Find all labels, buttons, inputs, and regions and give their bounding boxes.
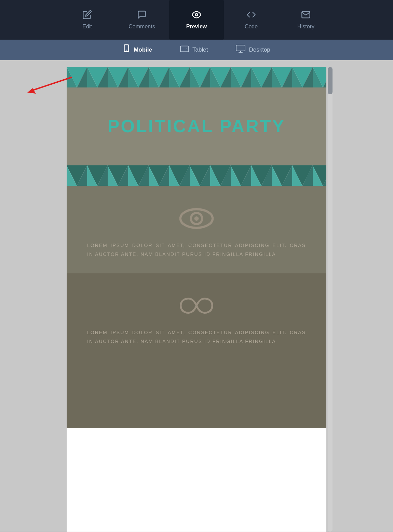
code-label: Code	[245, 24, 258, 30]
tablet-icon	[180, 45, 189, 55]
preview-icon	[191, 10, 202, 21]
history-label: History	[297, 24, 314, 30]
svg-rect-3	[180, 46, 189, 52]
content-section-1: LOREM IPSUM DOLOR SIT AMET, CONSECTETUR …	[67, 186, 326, 273]
tablet-label: Tablet	[192, 46, 208, 53]
mobile-icon	[123, 44, 130, 55]
section-2-text: LOREM IPSUM DOLOR SIT AMET, CONSECTETUR …	[87, 328, 306, 346]
svg-rect-17	[67, 165, 326, 186]
svg-line-8	[31, 77, 72, 91]
desktop-icon	[236, 44, 245, 55]
svg-rect-1	[124, 45, 129, 52]
content-section-2: LOREM IPSUM DOLOR SIT AMET, CONSECTETUR …	[67, 273, 326, 360]
infinity-icon-section	[87, 294, 306, 318]
code-icon	[246, 10, 256, 21]
tablet-button[interactable]: Tablet	[175, 42, 213, 58]
svg-point-20	[194, 216, 199, 221]
hero-title: POLITICAL PARTY	[80, 115, 313, 138]
hero-top-strip	[67, 67, 326, 87]
svg-marker-9	[27, 88, 36, 94]
desktop-label: Desktop	[249, 46, 270, 53]
edit-icon	[82, 10, 92, 21]
toolbar: Edit Comments Preview Code	[0, 0, 393, 40]
section-1-text: LOREM IPSUM DOLOR SIT AMET, CONSECTETUR …	[87, 241, 306, 259]
history-icon	[301, 10, 311, 21]
svg-rect-5	[236, 45, 245, 51]
svg-point-0	[195, 14, 198, 16]
comments-icon	[137, 10, 147, 21]
scrollbar-thumb[interactable]	[328, 67, 333, 94]
eye-icon-section	[87, 207, 306, 231]
edit-label: Edit	[82, 24, 92, 30]
hero-bottom-strip	[67, 165, 326, 186]
preview-label: Preview	[186, 24, 207, 30]
comments-button[interactable]: Comments	[114, 0, 169, 40]
mobile-label: Mobile	[134, 46, 152, 53]
desktop-button[interactable]: Desktop	[230, 42, 275, 58]
history-button[interactable]: History	[279, 0, 333, 40]
code-button[interactable]: Code	[224, 0, 279, 40]
mobile-button[interactable]: Mobile	[117, 42, 158, 58]
preview-area: POLITICAL PARTY	[0, 60, 393, 532]
preview-button[interactable]: Preview	[169, 0, 224, 40]
preview-content: POLITICAL PARTY	[67, 67, 326, 532]
svg-rect-13	[67, 67, 326, 87]
hero-section: POLITICAL PARTY	[67, 67, 326, 186]
device-bar: Mobile Tablet Desktop	[0, 40, 393, 60]
comments-label: Comments	[128, 24, 155, 30]
scrollbar-track[interactable]	[328, 67, 333, 532]
bottom-spacer	[67, 360, 326, 428]
hero-content: POLITICAL PARTY	[67, 87, 326, 165]
edit-button[interactable]: Edit	[60, 0, 114, 40]
